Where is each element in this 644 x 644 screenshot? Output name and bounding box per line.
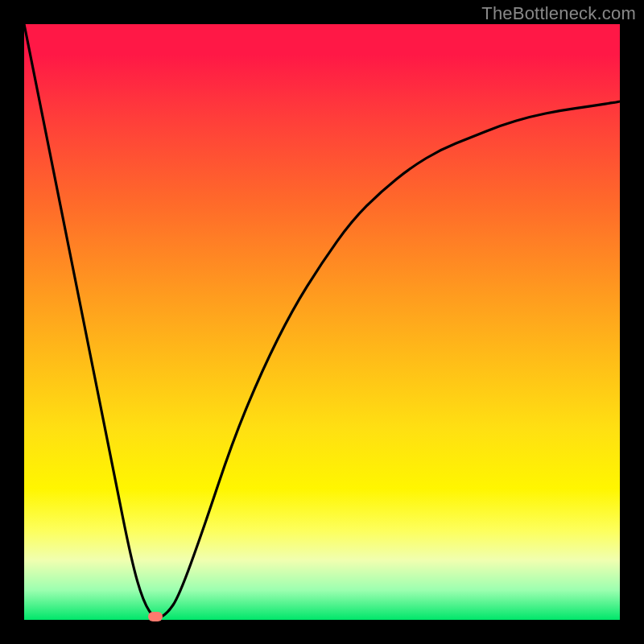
min-marker <box>148 612 163 621</box>
plot-area <box>24 24 620 620</box>
chart-frame: TheBottleneck.com <box>0 0 644 644</box>
bottleneck-curve <box>24 24 620 620</box>
watermark-text: TheBottleneck.com <box>481 3 636 24</box>
